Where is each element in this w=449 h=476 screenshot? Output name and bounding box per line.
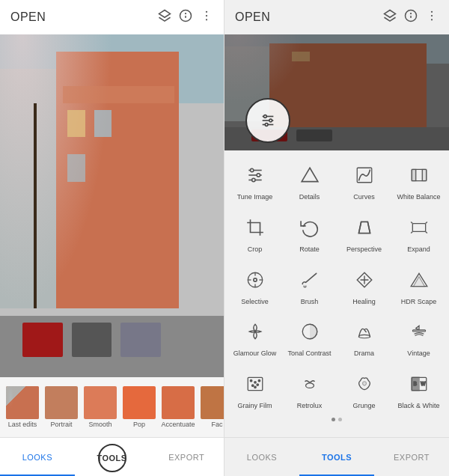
- svg-point-49: [250, 380, 251, 382]
- window2: [94, 110, 112, 138]
- tool-perspective[interactable]: Perspective: [340, 207, 388, 257]
- svg-marker-26: [302, 168, 318, 181]
- rotate-icon: [300, 218, 320, 237]
- grainy-icon-wrap: [239, 368, 271, 400]
- drama-label: Drama: [354, 350, 374, 358]
- crop-icon: [245, 218, 265, 237]
- expand-icon-wrap: [403, 212, 435, 243]
- retrolux-icon: [300, 374, 320, 394]
- wb-icon: [409, 165, 429, 185]
- brush-icon: [300, 270, 320, 290]
- tool-grunge[interactable]: Grunge: [340, 364, 388, 413]
- drama-icon: [355, 322, 374, 341]
- tool-glamour-glow[interactable]: Glamour Glow: [231, 311, 279, 361]
- svg-point-52: [251, 385, 253, 386]
- tool-details[interactable]: Details: [286, 155, 334, 204]
- window1: [67, 110, 85, 138]
- drama-icon-wrap: [349, 316, 380, 347]
- details-icon-wrap: [294, 159, 326, 191]
- tools-circle: TOOLS: [98, 444, 126, 472]
- curves-label: Curves: [353, 193, 375, 201]
- tool-healing[interactable]: Healing: [340, 260, 388, 309]
- right-panel: OPEN: [224, 0, 449, 476]
- svg-point-50: [254, 382, 255, 383]
- tune-image-selector[interactable]: [245, 98, 290, 143]
- rotate-icon-wrap: [294, 212, 326, 243]
- perspective-label: Perspective: [346, 245, 382, 254]
- tree-trunk-layer: [34, 103, 37, 309]
- tool-expand[interactable]: Expand: [395, 207, 443, 257]
- thumb-last-edits[interactable]: Last edits: [4, 386, 40, 428]
- thumb-accentuate[interactable]: Accentuate: [160, 386, 196, 428]
- window3: [67, 154, 85, 182]
- export-label: EXPORT: [168, 453, 204, 462]
- left-tab-tools[interactable]: TOOLS: [75, 438, 150, 476]
- tune-image-icon-wrap: [239, 159, 271, 191]
- thumb-fac[interactable]: Fac: [199, 386, 224, 428]
- dot-2: [338, 418, 342, 421]
- tools-label: TOOLS: [97, 454, 126, 463]
- thumb-img-pop: [123, 386, 156, 419]
- left-panel: OPEN: [0, 0, 224, 476]
- tool-curves[interactable]: Curves: [340, 155, 388, 204]
- right-tab-looks[interactable]: LOOKS: [224, 438, 299, 476]
- tune-image-icon: [245, 165, 265, 185]
- svg-marker-7: [385, 10, 396, 17]
- tool-black-white[interactable]: B W Black & White: [395, 364, 443, 413]
- left-tab-export[interactable]: EXPORT: [149, 438, 224, 476]
- tool-crop[interactable]: Crop: [231, 207, 279, 257]
- glamour-icon: [245, 322, 265, 341]
- crop-icon-wrap: [239, 212, 271, 243]
- right-tools-label: TOOLS: [322, 453, 352, 462]
- car-blue: [120, 323, 161, 357]
- perspective-icon: [355, 218, 374, 237]
- photo-canvas: [0, 34, 224, 377]
- hdr-icon-wrap: [403, 264, 435, 296]
- svg-point-11: [431, 10, 433, 12]
- tool-white-balance[interactable]: White Balance: [395, 155, 443, 204]
- info-icon[interactable]: [179, 9, 192, 26]
- right-export-label: EXPORT: [394, 453, 430, 462]
- tool-selective[interactable]: Selective: [231, 260, 279, 309]
- svg-rect-36: [412, 223, 425, 231]
- tools-row-2: Crop Rotate: [227, 207, 446, 257]
- thumbnail-strip: Last edits Portrait Smooth Pop Accentuat…: [0, 377, 224, 437]
- right-tab-tools[interactable]: TOOLS: [299, 438, 374, 476]
- tool-vintage[interactable]: Vintage: [395, 311, 443, 361]
- thumb-label-smooth: Smooth: [88, 421, 112, 428]
- brush-icon-wrap: [294, 264, 326, 296]
- tool-rotate[interactable]: Rotate: [286, 207, 334, 257]
- tool-hdr-scape[interactable]: HDR Scape: [395, 260, 443, 309]
- thumb-img-portrait: [45, 386, 78, 419]
- left-photo: [0, 34, 224, 377]
- curves-icon: [355, 165, 374, 185]
- thumb-portrait[interactable]: Portrait: [43, 386, 79, 428]
- tool-brush[interactable]: Brush: [286, 260, 334, 309]
- svg-rect-47: [412, 330, 425, 332]
- grunge-label: Grunge: [352, 402, 375, 410]
- right-info-icon[interactable]: [404, 9, 418, 26]
- svg-point-55: [305, 383, 314, 388]
- right-photo: [224, 34, 449, 150]
- more-icon[interactable]: [200, 9, 213, 26]
- selective-icon-wrap: [239, 264, 271, 296]
- thumb-img-smooth: [84, 386, 117, 419]
- grainy-label: Grainy Film: [237, 402, 272, 410]
- tool-tune-image[interactable]: Tune Image: [231, 155, 279, 204]
- thumb-pop[interactable]: Pop: [121, 386, 157, 428]
- thumb-smooth[interactable]: Smooth: [82, 386, 118, 428]
- right-tab-export[interactable]: EXPORT: [374, 438, 449, 476]
- svg-point-54: [254, 386, 255, 388]
- tool-tonal-contrast[interactable]: Tonal Contrast: [286, 311, 334, 361]
- tool-grainy-film[interactable]: Grainy Film: [231, 364, 279, 413]
- right-more-icon[interactable]: [425, 9, 439, 26]
- svg-point-18: [269, 119, 272, 122]
- tool-retrolux[interactable]: Retrolux: [286, 364, 334, 413]
- right-layers-icon[interactable]: [383, 9, 397, 26]
- tool-drama[interactable]: Drama: [340, 311, 388, 361]
- tools-row-5: Grainy Film Retrolux Gru: [227, 364, 446, 413]
- dot-1: [332, 418, 335, 421]
- left-tab-looks[interactable]: LOOKS: [0, 438, 75, 476]
- thumb-label-accentuate: Accentuate: [161, 421, 195, 428]
- layers-icon[interactable]: [158, 9, 171, 26]
